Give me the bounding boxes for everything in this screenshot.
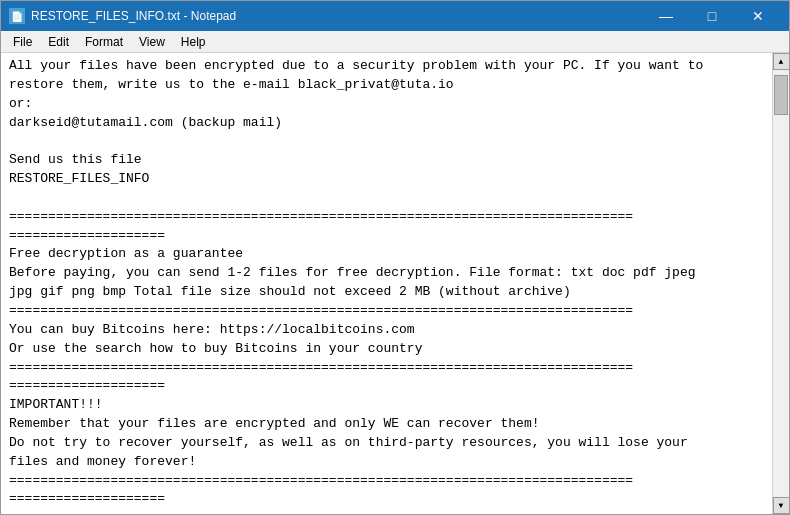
menu-bar: File Edit Format View Help xyxy=(1,31,789,53)
title-bar-left: 📄 RESTORE_FILES_INFO.txt - Notepad xyxy=(9,8,236,24)
text-editor[interactable]: All your files have been encrypted due t… xyxy=(1,53,772,514)
title-bar: 📄 RESTORE_FILES_INFO.txt - Notepad — □ ✕ xyxy=(1,1,789,31)
vertical-scrollbar[interactable]: ▲ ▼ xyxy=(772,53,789,514)
scroll-down-button[interactable]: ▼ xyxy=(773,497,790,514)
scroll-thumb[interactable] xyxy=(774,75,788,115)
menu-edit[interactable]: Edit xyxy=(40,33,77,51)
menu-file[interactable]: File xyxy=(5,33,40,51)
window-title: RESTORE_FILES_INFO.txt - Notepad xyxy=(31,9,236,23)
title-controls: — □ ✕ xyxy=(643,1,781,31)
notepad-window: 📄 RESTORE_FILES_INFO.txt - Notepad — □ ✕… xyxy=(0,0,790,515)
app-icon: 📄 xyxy=(9,8,25,24)
maximize-button[interactable]: □ xyxy=(689,1,735,31)
scroll-up-button[interactable]: ▲ xyxy=(773,53,790,70)
menu-help[interactable]: Help xyxy=(173,33,214,51)
menu-format[interactable]: Format xyxy=(77,33,131,51)
menu-view[interactable]: View xyxy=(131,33,173,51)
content-area: All your files have been encrypted due t… xyxy=(1,53,789,514)
minimize-button[interactable]: — xyxy=(643,1,689,31)
scroll-track[interactable] xyxy=(773,70,789,497)
close-button[interactable]: ✕ xyxy=(735,1,781,31)
